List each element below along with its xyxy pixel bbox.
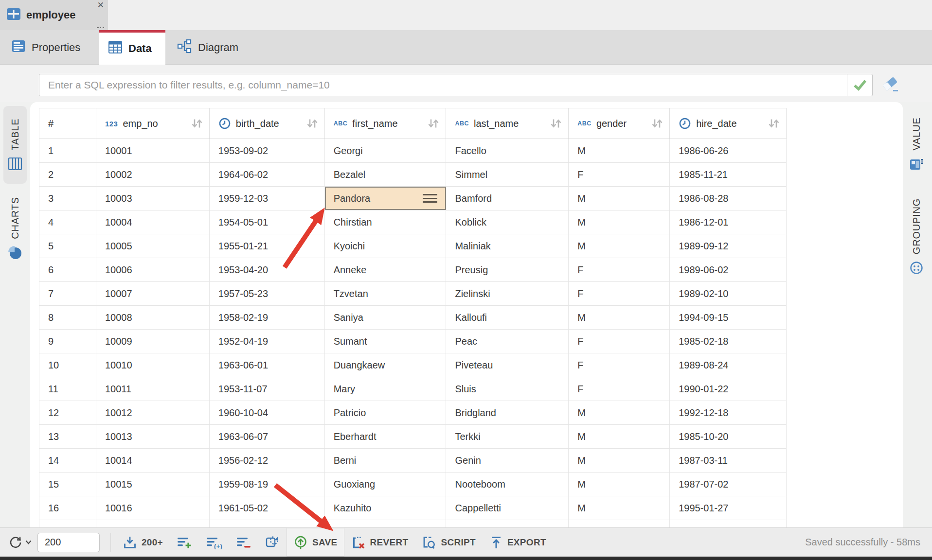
data-cell[interactable]: 10010 bbox=[96, 353, 210, 377]
data-cell[interactable]: Genin bbox=[446, 449, 569, 472]
data-cell[interactable]: M bbox=[569, 472, 670, 496]
data-cell[interactable]: F bbox=[569, 258, 670, 281]
data-cell[interactable]: Bamford bbox=[446, 187, 569, 210]
data-cell[interactable]: 1987-03-11 bbox=[670, 449, 787, 472]
data-cell[interactable]: 1959-08-19 bbox=[210, 472, 325, 496]
data-cell[interactable]: 10008 bbox=[96, 306, 210, 329]
generate-data-button[interactable] bbox=[258, 528, 287, 557]
data-cell[interactable]: Terkki bbox=[446, 425, 569, 448]
data-cell[interactable]: 1985-11-21 bbox=[670, 163, 787, 186]
sql-filter-input[interactable] bbox=[39, 74, 847, 96]
data-cell[interactable]: Sumant bbox=[325, 330, 447, 353]
data-cell[interactable]: Georgi bbox=[325, 139, 447, 162]
data-cell[interactable]: Duangkaew bbox=[325, 353, 447, 377]
data-cell[interactable]: 1956-02-12 bbox=[210, 449, 325, 472]
data-cell[interactable]: 1954-05-01 bbox=[210, 210, 325, 234]
data-cell[interactable]: M bbox=[569, 234, 670, 258]
data-cell[interactable]: 1953-11-07 bbox=[210, 377, 325, 401]
data-cell[interactable]: Anneke bbox=[325, 258, 447, 281]
data-cell[interactable]: Cappelletti bbox=[446, 496, 569, 520]
tab-data[interactable]: Data bbox=[99, 30, 165, 65]
data-cell[interactable]: Maliniak bbox=[446, 234, 569, 258]
data-cell[interactable]: Patricio bbox=[325, 401, 447, 424]
data-cell[interactable]: 1961-05-02 bbox=[210, 496, 325, 520]
data-cell[interactable]: F bbox=[569, 163, 670, 186]
data-cell[interactable]: 10016 bbox=[96, 496, 210, 520]
data-cell[interactable]: Piveteau bbox=[446, 353, 569, 377]
data-cell[interactable]: 1989-09-12 bbox=[670, 234, 787, 258]
data-cell[interactable]: M bbox=[569, 139, 670, 162]
data-cell[interactable]: 10009 bbox=[96, 330, 210, 353]
close-icon[interactable]: ✕ bbox=[97, 1, 104, 9]
export-button[interactable]: EXPORT bbox=[483, 528, 553, 557]
data-cell[interactable]: Facello bbox=[446, 139, 569, 162]
data-cell[interactable]: Berni bbox=[325, 449, 447, 472]
data-cell[interactable]: 10007 bbox=[96, 282, 210, 305]
data-cell[interactable]: 10015 bbox=[96, 472, 210, 496]
data-cell[interactable]: 1992-12-18 bbox=[670, 401, 787, 424]
data-cell[interactable]: Simmel bbox=[446, 163, 569, 186]
data-cell[interactable]: 10013 bbox=[96, 425, 210, 448]
data-cell[interactable]: F bbox=[569, 282, 670, 305]
data-cell[interactable]: 1953-09-02 bbox=[210, 139, 325, 162]
rail-tab-table[interactable]: TABLE bbox=[3, 106, 27, 184]
selected-cell[interactable]: Pandora bbox=[325, 187, 447, 210]
fetch-size-input[interactable] bbox=[37, 533, 100, 552]
apply-filter-button[interactable] bbox=[847, 74, 872, 96]
revert-button[interactable]: REVERT bbox=[344, 528, 415, 557]
sort-icon[interactable] bbox=[306, 118, 319, 129]
duplicate-row-button[interactable]: (+) bbox=[199, 528, 229, 557]
data-cell[interactable]: 1989-06-02 bbox=[670, 258, 787, 281]
data-cell[interactable]: 10003 bbox=[96, 187, 210, 210]
data-cell[interactable]: Kazuhito bbox=[325, 496, 447, 520]
data-cell[interactable]: M bbox=[569, 306, 670, 329]
column-header-emp_no[interactable]: 123emp_no bbox=[96, 108, 210, 139]
sort-icon[interactable] bbox=[191, 118, 203, 129]
data-cell[interactable]: Peac bbox=[446, 330, 569, 353]
overflow-dots-icon[interactable] bbox=[97, 27, 104, 28]
data-cell[interactable]: 1985-02-18 bbox=[670, 330, 787, 353]
data-cell[interactable]: Kalloufi bbox=[446, 306, 569, 329]
data-cell[interactable]: 1955-01-21 bbox=[210, 234, 325, 258]
column-header-last_name[interactable]: ABClast_name bbox=[446, 108, 569, 139]
data-cell[interactable]: 10002 bbox=[96, 163, 210, 186]
data-cell[interactable]: F bbox=[569, 377, 670, 401]
data-cell[interactable]: 10005 bbox=[96, 234, 210, 258]
data-cell[interactable]: Kyoichi bbox=[325, 234, 447, 258]
data-cell[interactable]: Bezalel bbox=[325, 163, 447, 186]
data-cell[interactable]: Nooteboom bbox=[446, 472, 569, 496]
data-cell[interactable]: 10012 bbox=[96, 401, 210, 424]
data-cell[interactable]: 1963-06-01 bbox=[210, 353, 325, 377]
data-cell[interactable]: 1987-07-02 bbox=[670, 472, 787, 496]
tab-diagram[interactable]: Diagram bbox=[165, 30, 250, 65]
column-header-birth_date[interactable]: birth_date bbox=[210, 108, 325, 139]
data-cell[interactable]: 1963-06-07 bbox=[210, 425, 325, 448]
data-cell[interactable]: 10006 bbox=[96, 258, 210, 281]
rail-tab-grouping[interactable]: GROUPING bbox=[905, 188, 928, 285]
data-cell[interactable]: 1964-06-02 bbox=[210, 163, 325, 186]
data-cell[interactable]: 1986-06-26 bbox=[670, 139, 787, 162]
data-cell[interactable]: 10011 bbox=[96, 377, 210, 401]
data-cell[interactable]: 1989-08-24 bbox=[670, 353, 787, 377]
data-cell[interactable]: 1959-12-03 bbox=[210, 187, 325, 210]
script-button[interactable]: SCRIPT bbox=[415, 528, 482, 557]
data-cell[interactable]: Saniya bbox=[325, 306, 447, 329]
data-cell[interactable]: M bbox=[569, 401, 670, 424]
data-cell[interactable]: M bbox=[569, 425, 670, 448]
column-header-first_name[interactable]: ABCfirst_name bbox=[325, 108, 447, 139]
data-cell[interactable]: 10014 bbox=[96, 449, 210, 472]
delete-row-button[interactable] bbox=[229, 528, 258, 557]
data-cell[interactable]: M bbox=[569, 449, 670, 472]
data-cell[interactable]: 1990-01-22 bbox=[670, 377, 787, 401]
data-cell[interactable]: 1985-10-20 bbox=[670, 425, 787, 448]
data-cell[interactable]: Guoxiang bbox=[325, 472, 447, 496]
sort-icon[interactable] bbox=[768, 118, 780, 129]
data-cell[interactable]: 1953-04-20 bbox=[210, 258, 325, 281]
refresh-button[interactable] bbox=[8, 535, 32, 550]
data-cell[interactable]: Sluis bbox=[446, 377, 569, 401]
data-cell[interactable]: 1989-02-10 bbox=[670, 282, 787, 305]
data-cell[interactable]: 1986-08-28 bbox=[670, 187, 787, 210]
fetch-more-button[interactable]: 200+ bbox=[116, 528, 170, 557]
rail-tab-value[interactable]: VALUE bbox=[905, 110, 928, 178]
data-cell[interactable]: Zielinski bbox=[446, 282, 569, 305]
